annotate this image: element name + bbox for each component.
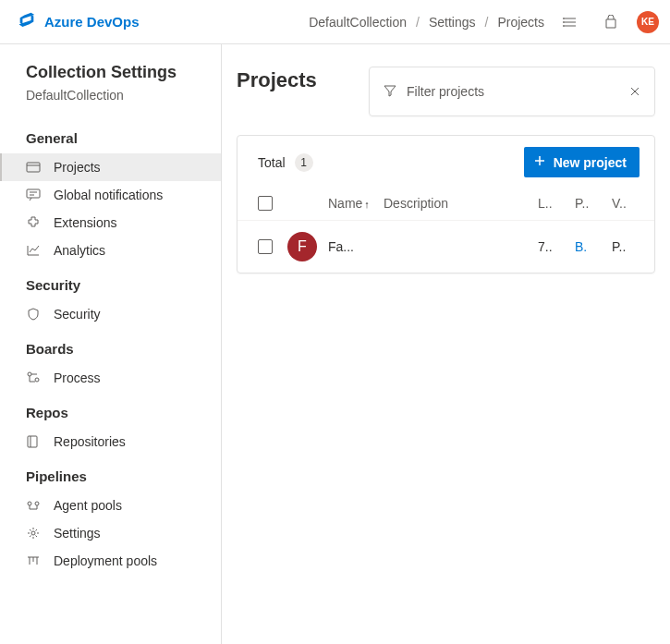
sidebar-heading-pipelines: Pipelines: [0, 456, 221, 492]
column-name[interactable]: Name↑: [328, 196, 374, 211]
breadcrumb-separator: /: [485, 15, 489, 30]
sidebar-item-process[interactable]: Process: [0, 364, 221, 392]
shopping-bag-icon[interactable]: [596, 7, 626, 37]
filter-box: [369, 67, 655, 116]
svg-point-2: [564, 25, 565, 26]
sidebar-item-label: Settings: [54, 526, 101, 541]
azure-devops-logo-icon: [17, 10, 37, 33]
sidebar-item-global-notifications[interactable]: Global notifications: [0, 181, 221, 209]
user-initials: KE: [641, 17, 654, 27]
project-avatar: F: [287, 232, 317, 261]
total-label: Total: [258, 155, 286, 170]
brand[interactable]: Azure DevOps: [17, 10, 140, 33]
chat-icon: [26, 188, 41, 202]
projects-icon: [26, 160, 41, 175]
sidebar-item-label: Repositories: [54, 434, 126, 449]
close-icon[interactable]: [628, 85, 641, 98]
svg-point-9: [35, 502, 39, 505]
svg-rect-7: [28, 436, 37, 447]
project-visibility: P..: [612, 239, 640, 254]
total-count-badge: 1: [295, 153, 313, 172]
breadcrumb-item[interactable]: Projects: [497, 15, 544, 30]
svg-rect-4: [27, 189, 40, 198]
sidebar-item-label: Security: [54, 307, 101, 322]
plus-icon: [533, 154, 546, 170]
sidebar-heading-general: General: [0, 117, 221, 153]
sidebar-item-extensions[interactable]: Extensions: [0, 209, 221, 237]
sidebar-heading-boards: Boards: [0, 328, 221, 364]
filter-icon: [383, 83, 397, 101]
sidebar-item-label: Agent pools: [54, 498, 122, 513]
sidebar: Collection Settings DefaultCollection Ge…: [0, 44, 222, 644]
column-description[interactable]: Description: [384, 196, 529, 211]
sidebar-item-label: Global notifications: [54, 188, 163, 202]
row-checkbox[interactable]: [258, 239, 273, 254]
list-icon[interactable]: [555, 7, 585, 37]
sort-up-icon: ↑: [364, 199, 370, 210]
filter-input[interactable]: [407, 84, 619, 99]
svg-point-10: [31, 531, 35, 535]
project-process[interactable]: B.: [575, 239, 603, 254]
sidebar-item-label: Process: [54, 371, 101, 385]
breadcrumb-item[interactable]: DefaultCollection: [309, 15, 407, 30]
svg-rect-3: [27, 163, 40, 172]
project-last: 7..: [538, 239, 566, 254]
sidebar-title: Collection Settings: [0, 63, 221, 88]
extension-icon: [26, 215, 41, 230]
main-content: Projects Total 1 New project: [222, 44, 670, 644]
sidebar-item-label: Deployment pools: [54, 553, 157, 568]
sidebar-subtitle: DefaultCollection: [0, 88, 221, 117]
table-row[interactable]: F Fa... 7.. B. P..: [238, 221, 654, 273]
agent-pools-icon: [26, 498, 41, 513]
sidebar-item-deployment-pools[interactable]: Deployment pools: [0, 547, 221, 575]
analytics-icon: [26, 243, 41, 258]
shield-icon: [26, 307, 41, 322]
brand-text: Azure DevOps: [44, 14, 140, 30]
column-visibility[interactable]: V..: [612, 196, 640, 211]
breadcrumb-item[interactable]: Settings: [429, 15, 476, 30]
breadcrumb-separator: /: [416, 15, 420, 30]
breadcrumb: DefaultCollection / Settings / Projects: [309, 15, 544, 30]
column-process[interactable]: P..: [575, 196, 603, 211]
sidebar-item-repositories[interactable]: Repositories: [0, 428, 221, 456]
sidebar-item-settings[interactable]: Settings: [0, 519, 221, 547]
user-avatar[interactable]: KE: [637, 11, 659, 33]
sidebar-item-label: Projects: [54, 160, 101, 175]
sidebar-heading-security: Security: [0, 264, 221, 300]
deployment-icon: [26, 553, 41, 568]
sidebar-item-security[interactable]: Security: [0, 300, 221, 328]
sidebar-item-label: Analytics: [54, 243, 105, 258]
gear-icon: [26, 526, 41, 541]
new-project-label: New project: [554, 155, 627, 170]
sidebar-heading-repos: Repos: [0, 392, 221, 428]
svg-point-1: [564, 21, 565, 22]
sidebar-item-agent-pools[interactable]: Agent pools: [0, 492, 221, 519]
new-project-button[interactable]: New project: [524, 147, 640, 177]
sidebar-item-label: Extensions: [54, 215, 116, 230]
svg-point-8: [28, 502, 31, 505]
topbar: Azure DevOps DefaultCollection / Setting…: [0, 0, 670, 44]
sidebar-item-projects[interactable]: Projects: [0, 153, 221, 181]
page-title: Projects: [237, 68, 317, 92]
select-all-checkbox[interactable]: [258, 196, 273, 211]
project-name: Fa...: [328, 239, 374, 254]
table-header: Name↑ Description L.. P.. V..: [238, 190, 654, 221]
svg-point-0: [564, 18, 565, 18]
column-last[interactable]: L..: [538, 196, 566, 211]
process-icon: [26, 371, 41, 385]
svg-point-6: [35, 378, 39, 382]
sidebar-item-analytics[interactable]: Analytics: [0, 237, 221, 264]
projects-card: Total 1 New project Name↑ Description L.…: [237, 135, 655, 273]
repo-icon: [26, 434, 41, 449]
svg-point-5: [28, 372, 31, 376]
